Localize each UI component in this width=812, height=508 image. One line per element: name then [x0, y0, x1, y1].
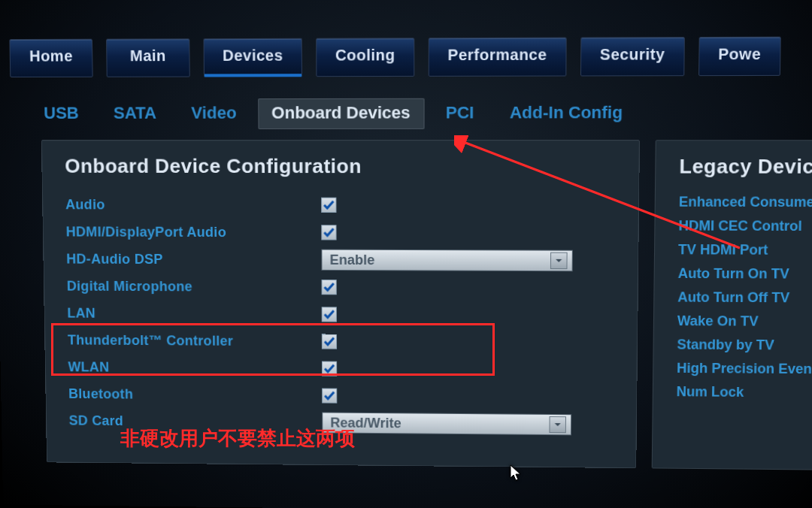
config-row: Bluetooth — [68, 383, 618, 410]
bios-screen: Home Main Devices Cooling Performance Se… — [0, 0, 812, 508]
nav-main[interactable]: Main — [106, 38, 190, 77]
subtab-video[interactable]: Video — [177, 98, 250, 129]
nav-performance[interactable]: Performance — [429, 38, 567, 77]
subtab-onboard-devices[interactable]: Onboard Devices — [258, 98, 424, 129]
checkbox[interactable] — [322, 361, 337, 376]
nav-security[interactable]: Security — [580, 37, 685, 76]
nav-devices[interactable]: Devices — [204, 38, 303, 77]
nav-home[interactable]: Home — [9, 39, 92, 77]
side-item[interactable]: TV HDMI Port — [678, 242, 812, 259]
checkbox[interactable] — [322, 334, 337, 349]
chevron-down-icon — [549, 416, 566, 433]
config-label: HD-Audio DSP — [66, 251, 321, 268]
select-value: Enable — [330, 252, 375, 268]
panel-side: Legacy Devic Enhanced ConsumerHDMI CEC C… — [652, 140, 812, 470]
panel-main: Onboard Device Configuration AudioHDMI/D… — [41, 140, 640, 468]
side-item[interactable]: High Precision Even — [677, 361, 812, 378]
nav-cooling[interactable]: Cooling — [316, 38, 414, 77]
checkbox[interactable] — [322, 280, 337, 295]
config-row: Thunderbolt™ Controller — [68, 329, 619, 355]
checkbox[interactable] — [321, 198, 336, 213]
content-row: Onboard Device Configuration AudioHDMI/D… — [0, 129, 812, 470]
side-list: Enhanced ConsumerHDMI CEC ControlTV HDMI… — [677, 194, 812, 401]
subtab-add-in-config[interactable]: Add-In Config — [495, 98, 637, 129]
config-label: LAN — [67, 305, 321, 322]
chevron-down-icon — [550, 252, 568, 269]
side-item[interactable]: HDMI CEC Control — [678, 218, 812, 234]
side-item[interactable]: Auto Turn On TV — [678, 266, 812, 283]
main-nav: Home Main Devices Cooling Performance Se… — [0, 0, 812, 77]
subtab-sata[interactable]: SATA — [100, 98, 171, 129]
side-title: Legacy Devic — [679, 155, 812, 179]
config-label: SD Card — [69, 413, 323, 431]
config-row: SD CardRead/Write — [68, 410, 617, 437]
side-item[interactable]: Enhanced Consumer — [679, 194, 812, 210]
config-label: Audio — [65, 197, 321, 213]
config-label: Thunderbolt™ Controller — [68, 332, 322, 349]
select-value: Read/Write — [330, 415, 401, 431]
config-row: LAN — [67, 302, 619, 328]
select[interactable]: Enable — [321, 249, 572, 272]
side-item[interactable]: Wake On TV — [677, 313, 812, 331]
side-item[interactable]: Auto Turn Off TV — [677, 289, 812, 307]
select[interactable]: Read/Write — [322, 412, 571, 435]
sub-nav: USB SATA Video Onboard Devices PCI Add-I… — [0, 76, 812, 129]
nav-power[interactable]: Powe — [698, 37, 781, 76]
config-rows: AudioHDMI/DisplayPort AudioHD-Audio DSPE… — [65, 193, 620, 437]
subtab-pci[interactable]: PCI — [432, 98, 488, 129]
config-row: WLAN — [68, 355, 618, 382]
checkbox[interactable] — [322, 307, 337, 322]
config-label: WLAN — [68, 359, 322, 376]
side-item[interactable]: Standby by TV — [677, 337, 812, 354]
config-label: HDMI/DisplayPort Audio — [66, 224, 322, 240]
checkbox[interactable] — [322, 389, 337, 404]
subtab-usb[interactable]: USB — [30, 98, 92, 129]
config-row: HDMI/DisplayPort Audio — [65, 220, 619, 244]
config-row: HD-Audio DSPEnable — [66, 248, 620, 273]
side-item[interactable]: Num Lock — [677, 384, 812, 401]
config-label: Bluetooth — [68, 386, 322, 404]
panel-title: Onboard Device Configuration — [65, 155, 620, 179]
config-row: Digital Microphone — [67, 275, 620, 301]
config-label: Digital Microphone — [67, 278, 322, 295]
checkbox[interactable] — [321, 225, 336, 240]
config-row: Audio — [65, 193, 620, 217]
